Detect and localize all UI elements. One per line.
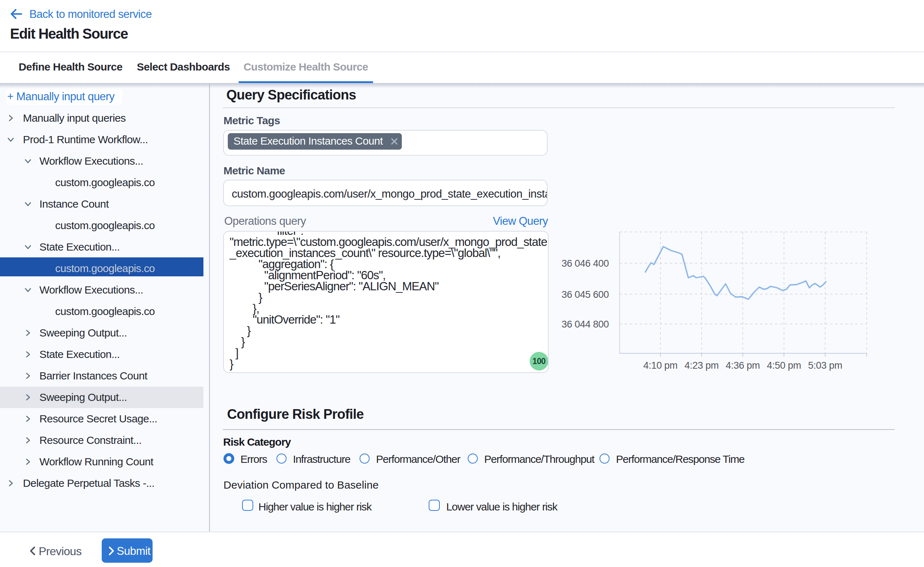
svg-text:36 044 800: 36 044 800 — [562, 319, 609, 330]
svg-text:36 045 600: 36 045 600 — [562, 289, 609, 300]
svg-text:4:10 pm: 4:10 pm — [643, 360, 677, 371]
svg-text:4:50 pm: 4:50 pm — [767, 360, 801, 371]
svg-text:5:03 pm: 5:03 pm — [808, 360, 842, 371]
svg-text:36 046 400: 36 046 400 — [562, 258, 609, 269]
svg-text:4:36 pm: 4:36 pm — [726, 360, 760, 371]
svg-text:4:23 pm: 4:23 pm — [684, 360, 718, 371]
